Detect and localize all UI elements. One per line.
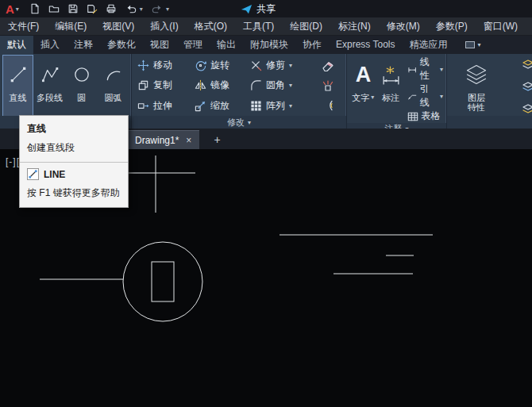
line-tool-button[interactable]: 直线 [3,56,33,116]
copy-button[interactable]: 复制 [135,76,192,95]
save-button[interactable] [65,2,81,15]
explode-button[interactable] [320,78,336,94]
tooltip-help-text: 按 F1 键获得更多帮助 [27,186,121,200]
menu-item-edit[interactable]: 编辑(E) [47,17,94,36]
text-label: 文字 [352,93,369,102]
logo-menu-caret-icon[interactable]: ▾ [16,6,19,13]
menu-item-window[interactable]: 窗口(W) [476,17,526,36]
tab-manage[interactable]: 管理 [176,36,210,54]
plot-button[interactable] [103,2,119,15]
document-tab-drawing1[interactable]: Drawing1* × [127,130,199,149]
tab-view[interactable]: 视图 [143,36,176,54]
tab-collaborate[interactable]: 协作 [295,36,329,54]
share-button[interactable]: 共享 [241,0,276,17]
tab-express-tools[interactable]: Express Tools [329,36,402,54]
circle [123,242,202,321]
tab-insert[interactable]: 插入 [33,36,67,54]
layer-tools-column [520,57,532,117]
leader-button[interactable]: 引线 ▾ [407,83,444,109]
autocad-logo[interactable]: A [6,3,14,15]
tab-output[interactable]: 输出 [210,36,243,54]
tooltip-title: 直线 [27,122,121,136]
scale-icon [195,100,206,112]
fillet-button[interactable]: 圆角 ▾ [248,76,318,95]
line-tool-tooltip: 直线 创建直线段 LINE 按 F1 键获得更多帮助 [19,115,129,208]
arc-tool-button[interactable]: 圆弧 [98,56,128,116]
viewport-controls[interactable]: [-][ [6,156,20,167]
menu-item-file[interactable]: 文件(F) [0,17,47,36]
stretch-button[interactable]: 拉伸 [135,96,192,115]
offset-button[interactable] [320,98,336,113]
layer-tool-button[interactable] [520,57,532,73]
menu-item-insert[interactable]: 插入(I) [142,17,186,36]
tab-featured-apps[interactable]: 精选应用 [402,36,454,54]
tab-parametric[interactable]: 参数化 [100,36,143,54]
undo-caret-icon[interactable]: ▾ [140,6,143,13]
offset-icon [322,99,334,112]
dimension-button[interactable]: 标注 [378,56,404,123]
menu-item-dimension[interactable]: 标注(N) [330,17,379,36]
mirror-button[interactable]: 镜像 [192,76,248,95]
linear-dimension-button[interactable]: 线性 ▾ [407,56,444,83]
stretch-label: 拉伸 [153,99,172,113]
menu-item-format[interactable]: 格式(O) [187,17,235,36]
tab-home[interactable]: 默认 [0,36,33,54]
linear-label: 线性 [420,56,437,83]
share-label: 共享 [256,2,276,16]
annotation-panel: A 文字▾ 标注 线性 ▾ 引线 ▾ [347,54,447,129]
chevron-down-icon[interactable]: ▾ [440,66,443,73]
close-icon[interactable]: × [186,135,191,146]
chevron-down-icon[interactable]: ▾ [289,82,292,89]
tooltip-command: LINE [44,169,65,180]
trim-icon [250,60,262,71]
fillet-label: 圆角 [266,79,285,92]
rotate-button[interactable]: 旋转 [192,56,248,75]
array-button[interactable]: 阵列 ▾ [248,96,318,115]
layers-panel-title[interactable] [447,116,532,129]
erase-button[interactable] [320,58,336,74]
chevron-down-icon[interactable]: ▾ [440,93,443,100]
redo-button[interactable]: ▾ [148,2,172,15]
undo-icon [125,3,137,14]
move-label: 移动 [153,59,172,72]
table-button[interactable]: 表格 [407,109,444,123]
modify-panel-title[interactable]: 修改 ▾ [132,116,346,129]
redo-caret-icon[interactable]: ▾ [166,6,169,13]
scale-label: 缩放 [210,99,229,113]
trim-label: 修剪 [266,59,285,72]
chevron-down-icon: ▾ [248,119,251,126]
scale-button[interactable]: 缩放 [192,96,248,115]
inner-rectangle [152,262,174,301]
menu-item-modify[interactable]: 修改(M) [379,17,428,36]
chevron-down-icon[interactable]: ▾ [289,102,292,109]
layer-tool-button[interactable] [520,79,532,95]
tab-annotate[interactable]: 注释 [67,36,100,54]
new-file-button[interactable] [27,2,43,15]
circle-tool-button[interactable]: 圆 [67,56,96,116]
line-command-icon [27,168,39,180]
undo-button[interactable]: ▾ [122,2,145,15]
tab-addins[interactable]: 附加模块 [243,36,295,54]
save-as-button[interactable] [84,2,100,15]
text-button[interactable]: A 文字▾ [350,56,376,123]
layer-tool-button[interactable] [520,102,532,117]
panel-icon [465,41,475,48]
ribbon-display-toggle[interactable]: ▾ [461,36,485,54]
modify-panel: 移动 复制 拉伸 旋转 [132,54,347,129]
layer-properties-button[interactable]: 图层特性 [457,56,496,116]
plus-icon: + [214,133,220,146]
menu-item-view[interactable]: 视图(V) [94,17,142,36]
chevron-down-icon[interactable]: ▾ [289,62,292,69]
move-button[interactable]: 移动 [135,56,192,75]
polyline-tool-button[interactable]: 多段线 [35,56,64,116]
save-icon [67,3,79,14]
menu-item-draw[interactable]: 绘图(D) [282,17,330,36]
new-drawing-tab-button[interactable]: + [210,130,223,149]
open-button[interactable] [46,2,62,15]
menu-item-tools[interactable]: 工具(T) [235,17,282,36]
chevron-down-icon: ▾ [371,93,374,102]
layers-panel: 图层特性 [447,54,532,129]
autocad-window: A ▾ ▾ ▾ [0,0,532,407]
trim-button[interactable]: 修剪 ▾ [248,56,318,75]
menu-item-parametric[interactable]: 参数(P) [428,17,476,36]
